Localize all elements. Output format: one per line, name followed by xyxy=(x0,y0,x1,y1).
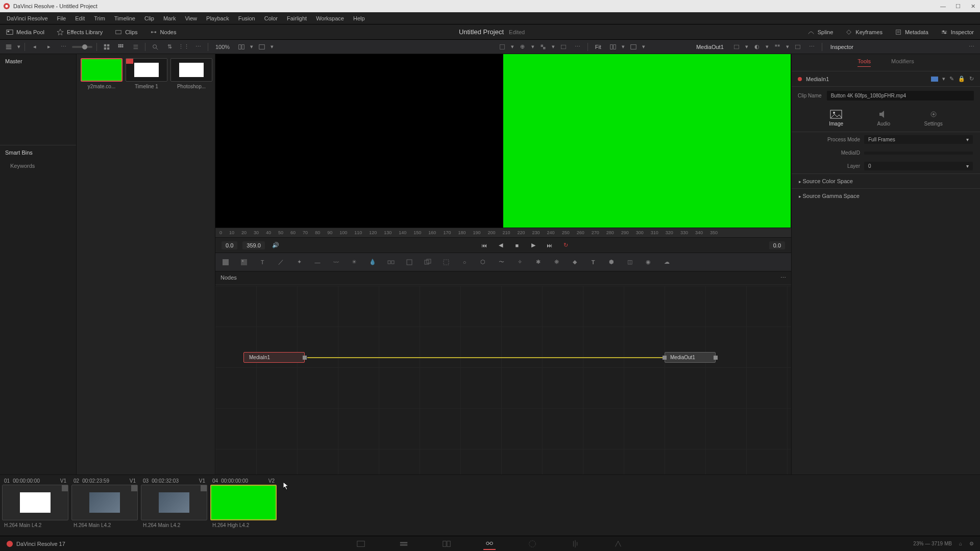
keywords-bin[interactable]: Keywords xyxy=(0,160,76,172)
tab-modifiers[interactable]: Modifiers xyxy=(891,58,914,67)
mask-ellipse-tool-icon[interactable]: ○ xyxy=(459,257,470,267)
thumb-view-icon[interactable] xyxy=(101,42,112,52)
fastnoise-tool-icon[interactable] xyxy=(239,257,249,267)
blur-tool-icon[interactable]: 〰 xyxy=(331,257,341,267)
viewer-more-icon[interactable]: ⋯ xyxy=(572,42,583,52)
page-fairlight-icon[interactable] xyxy=(569,538,581,550)
cube-tool-icon[interactable]: ◫ xyxy=(625,257,635,267)
master-bin[interactable]: Master xyxy=(0,54,76,68)
bin-list-icon[interactable] xyxy=(3,42,14,52)
transform-tool-icon[interactable] xyxy=(404,257,414,267)
page-cut-icon[interactable] xyxy=(398,538,410,550)
subtab-image[interactable]: Image xyxy=(829,110,843,127)
source-gamma-space[interactable]: Source Gamma Space xyxy=(792,188,980,203)
node-mediain[interactable]: MediaIn1 xyxy=(243,352,305,363)
mask-rect-tool-icon[interactable] xyxy=(441,257,451,267)
menu-workspace[interactable]: Workspace xyxy=(311,15,349,21)
menu-trim[interactable]: Trim xyxy=(89,15,110,21)
chevron-down-icon[interactable]: ▾ xyxy=(942,76,945,82)
merge-tool-icon[interactable] xyxy=(386,257,396,267)
spline-toggle[interactable]: Spline xyxy=(801,24,840,39)
search-icon[interactable] xyxy=(150,42,161,52)
viewer-layout-icon[interactable] xyxy=(236,42,247,52)
page-color-icon[interactable] xyxy=(526,538,538,550)
frame-icon[interactable] xyxy=(558,42,569,52)
viewer-split-icon[interactable] xyxy=(607,42,619,52)
volume-icon[interactable]: 🔊 xyxy=(270,240,281,251)
keyframes-toggle[interactable]: Keyframes xyxy=(839,24,889,39)
node-wire[interactable] xyxy=(307,357,665,358)
menu-fairlight[interactable]: Fairlight xyxy=(282,15,311,21)
checker-icon[interactable] xyxy=(537,42,549,52)
process-mode-dropdown[interactable]: Full Frames▾ xyxy=(864,135,973,144)
background-tool-icon[interactable] xyxy=(220,257,231,267)
viewer-grid-icon[interactable] xyxy=(497,42,508,52)
more-icon[interactable]: ⋯ xyxy=(192,42,204,52)
nav-fwd-icon[interactable]: ▸ xyxy=(43,42,55,52)
fit-label[interactable]: Fit xyxy=(592,44,604,50)
source-color-space[interactable]: Source Color Space xyxy=(792,173,980,188)
viewer-color-icon[interactable]: ◐ xyxy=(751,42,763,52)
version-chip[interactable] xyxy=(931,77,938,82)
loop-icon[interactable]: ↻ xyxy=(560,240,572,251)
goto-end-icon[interactable]: ⏭ xyxy=(544,240,555,251)
close-button[interactable]: ✕ xyxy=(971,3,977,9)
metadata-toggle[interactable]: Metadata xyxy=(889,24,935,39)
crosshair-icon[interactable]: ⊕ xyxy=(517,42,528,52)
time-ruler[interactable]: 0102030405060708090100110120130140150160… xyxy=(215,228,791,238)
menu-edit[interactable]: Edit xyxy=(70,15,89,21)
project-settings-icon[interactable]: ⚙ xyxy=(969,541,974,546)
light-tool-icon[interactable]: ☁ xyxy=(662,257,672,267)
layer-dropdown[interactable]: 0▾ xyxy=(864,162,973,170)
step-back-icon[interactable]: ◀ xyxy=(495,240,506,251)
brightness-tool-icon[interactable]: — xyxy=(312,257,323,267)
zoom-level[interactable]: 100% xyxy=(212,44,233,50)
menu-color[interactable]: Color xyxy=(260,15,282,21)
viewer-frame2-icon[interactable] xyxy=(792,42,803,52)
particles-tool-icon[interactable]: ✱ xyxy=(533,257,543,267)
viewer-more2-icon[interactable]: ⋯ xyxy=(806,42,818,52)
maximize-button[interactable]: ☐ xyxy=(955,3,962,9)
hue-tool-icon[interactable]: 💧 xyxy=(368,257,378,267)
menu-davinci[interactable]: DaVinci Resolve xyxy=(2,15,53,21)
pool-clip[interactable]: Timeline 1 xyxy=(126,58,167,89)
colorcorrect-tool-icon[interactable]: ☀ xyxy=(349,257,359,267)
grid-view-icon[interactable] xyxy=(115,42,127,52)
script-icon[interactable]: ✎ xyxy=(949,76,954,82)
node-mediaout[interactable]: MediaOut1 xyxy=(665,352,716,363)
viewer-left[interactable] xyxy=(215,54,503,228)
options-icon[interactable]: ⋯ xyxy=(58,42,69,52)
list-view-icon[interactable] xyxy=(130,42,141,52)
viewer-mono-icon[interactable] xyxy=(628,42,639,52)
mask-poly-tool-icon[interactable]: ⬡ xyxy=(478,257,488,267)
viewer-split2-icon[interactable] xyxy=(772,42,783,52)
text-tool-icon[interactable]: T xyxy=(257,257,267,267)
stop-icon[interactable]: ■ xyxy=(511,240,523,251)
subtab-settings[interactable]: Settings xyxy=(924,110,943,127)
page-media-icon[interactable] xyxy=(355,538,367,550)
camera-tool-icon[interactable]: ◉ xyxy=(643,257,653,267)
viewer-single-icon[interactable] xyxy=(256,42,267,52)
menu-help[interactable]: Help xyxy=(349,15,370,21)
tab-tools[interactable]: Tools xyxy=(857,58,871,67)
inspector-toggle[interactable]: Inspector xyxy=(935,24,980,39)
sort-icon[interactable]: ⇅ xyxy=(164,42,175,52)
mediaid-field[interactable] xyxy=(864,152,973,155)
menu-timeline[interactable]: Timeline xyxy=(110,15,140,21)
clips-toggle[interactable]: Clips xyxy=(109,24,143,39)
nav-back-icon[interactable]: ◂ xyxy=(29,42,40,52)
prender-tool-icon[interactable]: ❋ xyxy=(551,257,561,267)
nodes-toggle[interactable]: Nodes xyxy=(144,24,183,39)
menu-clip[interactable]: Clip xyxy=(140,15,159,21)
image3d-tool-icon[interactable]: ⬢ xyxy=(606,257,617,267)
inspector-more-icon[interactable]: ⋯ xyxy=(966,42,977,52)
strip-clip[interactable]: 0400:00:00:00V2 H.264 High L4.2 xyxy=(210,477,277,534)
page-deliver-icon[interactable] xyxy=(612,538,624,550)
subtab-audio[interactable]: Audio xyxy=(877,110,891,127)
minimize-button[interactable]: — xyxy=(940,3,946,9)
shape-tool-icon[interactable]: ◆ xyxy=(570,257,580,267)
nodes-panel[interactable]: Nodes⋯ MediaIn1 MediaOut1 xyxy=(215,271,791,474)
tracker-tool-icon[interactable]: ✦ xyxy=(294,257,304,267)
strip-clip[interactable]: 0100:00:00:00V1 H.264 Main L4.2 xyxy=(2,477,68,534)
pool-clip[interactable]: Photoshop... xyxy=(170,58,212,89)
